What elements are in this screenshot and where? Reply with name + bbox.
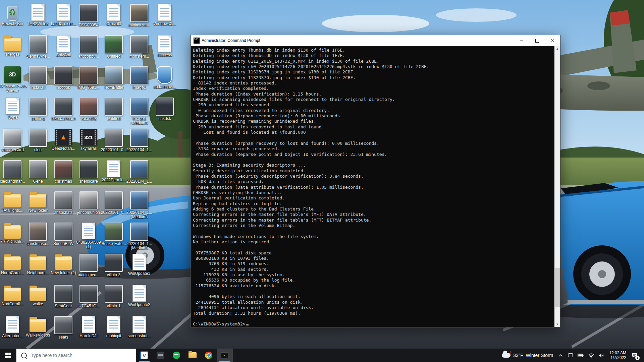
terminal-line: 860803160 KB in 10793 files. [193, 256, 554, 261]
battery-icon [578, 354, 584, 357]
desktop-icon-label: screenshot... [124, 334, 154, 338]
taskbar-app-command-prompt[interactable]: >_ [217, 349, 233, 362]
taskbar-app-file-explorer[interactable] [184, 349, 201, 362]
scroll-up-arrow-icon[interactable]: ▲ [554, 46, 560, 52]
image-icon [29, 66, 47, 84]
desktop-icon-20220104-1-medium[interactable]: 20220104_1... (Medium) [124, 223, 154, 250]
desktop-icon-label: success [150, 53, 180, 57]
desktop-icon-label: 20220104_1... [124, 148, 154, 152]
terminal-line: Phase duration (Security descriptor veri… [193, 174, 554, 179]
image-icon [79, 66, 98, 84]
terminal-output[interactable]: Deleting index entry Thumbs.db in index … [191, 46, 554, 327]
image-icon [29, 129, 47, 147]
scroll-down-arrow-icon[interactable]: ▼ [554, 321, 560, 327]
folder-icon [30, 288, 46, 301]
clock-date: 1/7/2022 [609, 355, 626, 360]
terminal-line: 290 unindexed files scanned. [193, 102, 554, 108]
image-icon [29, 98, 47, 116]
terminal-line: 3134 reparse records processed. [193, 146, 554, 152]
doc-icon [6, 316, 19, 333]
desktop-icon-success[interactable]: success [150, 35, 180, 57]
terminal-line: 115776524 KB available on disk. [193, 283, 554, 289]
taskbar-app-chrome[interactable] [201, 349, 217, 362]
terminal-line: Lost and found is located at \found.000 [193, 130, 554, 135]
terminal-line: Deleting index entry 11S23S7O.jpeg in in… [193, 75, 554, 80]
taskbar: V>_ 33°F Winter Storm [0, 349, 644, 362]
notification-badge: 1 [635, 356, 640, 360]
desktop-icon-20220104-1-medium[interactable]: 20220104_1... (Medium) [124, 191, 154, 219]
command-prompt-window[interactable]: C:\_ Administrator: Command Prompt Delet… [191, 35, 560, 327]
image-icon [130, 160, 148, 178]
folder-icon [4, 38, 21, 51]
battery-button[interactable] [575, 349, 586, 362]
terminal-line: Adding 6 bad clusters to the Bad Cluster… [193, 206, 554, 212]
image-icon [105, 254, 123, 272]
image-icon [130, 4, 148, 22]
taskbar-clock[interactable]: 12:02 AM 1/7/2022 [606, 351, 629, 360]
scrollbar-thumb[interactable] [555, 268, 560, 307]
shield-icon [157, 66, 172, 84]
folder-icon [4, 225, 21, 239]
terminal-line [193, 157, 554, 163]
terminal-line: Phase duration (Reparse point and Object… [193, 152, 554, 157]
terminal-line: 4096 bytes in each allocation unit. [193, 294, 554, 299]
folder-icon [30, 194, 46, 207]
doc-icon [57, 35, 70, 52]
action-center-button[interactable]: 1 [629, 349, 642, 362]
image-icon [54, 66, 72, 84]
show-desktop-button[interactable] [642, 349, 644, 362]
desktop-icon-winupdate2[interactable]: WinUpdate2 [124, 285, 154, 307]
terminal-line: 28944131 allocation units available on d… [193, 305, 554, 310]
desktop-icon-updatesavi[interactable]: updatesavi... [150, 66, 180, 89]
terminal-line: Deleting index entry 11S23S7N.jpeg in in… [193, 69, 554, 75]
minimize-button[interactable] [514, 35, 529, 46]
desktop-icon-windowsc[interactable]: WindowsC... [150, 4, 180, 26]
taskbar-app-dark-app[interactable] [152, 349, 168, 362]
taskbar-app-v-app[interactable]: V [136, 349, 152, 362]
taskbar-app-row: V>_ [136, 349, 233, 362]
image-icon [105, 223, 123, 241]
taskbar-app-green-app[interactable] [168, 349, 184, 362]
window-titlebar[interactable]: C:\_ Administrator: Command Prompt [191, 35, 560, 46]
weather-widget[interactable]: 33°F Winter Storm [498, 349, 556, 362]
image-icon [105, 98, 123, 116]
desktop-icon-winupdate1[interactable]: WinUpdate1 [124, 254, 154, 276]
wifi-button[interactable] [586, 349, 596, 362]
weather-temp: 33°F [513, 353, 523, 358]
command-prompt-icon: >_ [221, 352, 228, 358]
desktop-icon-screenshot[interactable]: screenshot... [124, 316, 154, 338]
search-input[interactable] [30, 352, 115, 358]
start-button[interactable] [0, 349, 16, 362]
terminal-line: Deleting index entry 0112_2019_143732_R.… [193, 59, 554, 64]
image-icon [79, 98, 98, 116]
desktop-icon-20220104-1[interactable]: 20220104_1... [124, 160, 154, 184]
icon-mark: 3D [9, 72, 16, 78]
minimize-icon [520, 41, 523, 41]
image-icon [105, 191, 123, 209]
image-icon [54, 160, 72, 178]
close-icon [551, 39, 554, 43]
taskbar-search[interactable] [16, 349, 136, 362]
volume-button[interactable] [596, 349, 606, 362]
image-icon [79, 191, 98, 209]
desktop-icon-label: WindowsC... [150, 22, 180, 26]
media-icon: 321 [80, 129, 97, 145]
image-icon [3, 129, 21, 147]
desktop-icon-label: chkdsk [150, 117, 180, 121]
tray-overflow-chevron[interactable] [556, 349, 565, 362]
desktop-icon-label: 20220104_1... [124, 179, 154, 184]
maximize-button[interactable] [529, 35, 545, 46]
image-icon [105, 129, 123, 147]
terminal-line: Replacing bad clusters in logfile. [193, 201, 554, 206]
terminal-scrollbar[interactable]: ▲ ▼ [554, 46, 560, 327]
tray-device-icon-button[interactable] [565, 349, 575, 362]
doc-icon [132, 316, 146, 333]
image-icon [156, 98, 174, 116]
windows-logo-icon [5, 353, 11, 358]
doc-icon [107, 160, 120, 177]
image-icon [29, 160, 47, 178]
terminal-line [193, 289, 554, 294]
desktop-icon-chkdsk[interactable]: chkdsk [150, 98, 180, 121]
close-button[interactable] [545, 35, 560, 46]
desktop-icon-20220104-1[interactable]: 20220104_1... [124, 129, 154, 152]
